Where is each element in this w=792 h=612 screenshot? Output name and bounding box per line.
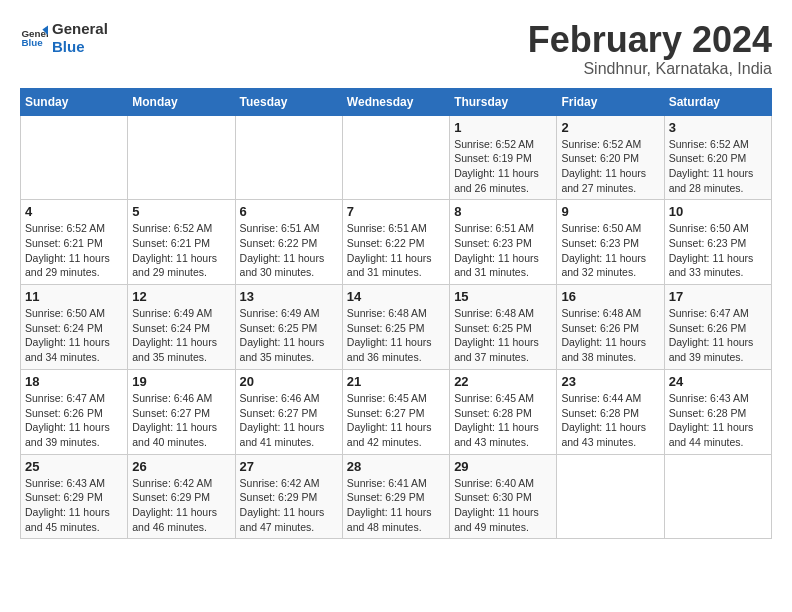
calendar-cell [557, 454, 664, 539]
calendar-cell: 27Sunrise: 6:42 AMSunset: 6:29 PMDayligh… [235, 454, 342, 539]
day-number: 10 [669, 204, 767, 219]
day-info: Sunrise: 6:48 AMSunset: 6:26 PMDaylight:… [561, 306, 659, 365]
calendar-header-row: SundayMondayTuesdayWednesdayThursdayFrid… [21, 88, 772, 115]
day-number: 22 [454, 374, 552, 389]
day-info: Sunrise: 6:45 AMSunset: 6:28 PMDaylight:… [454, 391, 552, 450]
day-info: Sunrise: 6:46 AMSunset: 6:27 PMDaylight:… [240, 391, 338, 450]
day-number: 1 [454, 120, 552, 135]
day-number: 5 [132, 204, 230, 219]
header-friday: Friday [557, 88, 664, 115]
calendar-cell: 15Sunrise: 6:48 AMSunset: 6:25 PMDayligh… [450, 285, 557, 370]
calendar-cell [664, 454, 771, 539]
calendar-cell: 7Sunrise: 6:51 AMSunset: 6:22 PMDaylight… [342, 200, 449, 285]
day-number: 21 [347, 374, 445, 389]
day-number: 29 [454, 459, 552, 474]
calendar-cell: 10Sunrise: 6:50 AMSunset: 6:23 PMDayligh… [664, 200, 771, 285]
header: General Blue General Blue February 2024 … [20, 20, 772, 78]
day-number: 28 [347, 459, 445, 474]
logo-general: General [52, 20, 108, 38]
calendar-cell: 28Sunrise: 6:41 AMSunset: 6:29 PMDayligh… [342, 454, 449, 539]
calendar-cell: 12Sunrise: 6:49 AMSunset: 6:24 PMDayligh… [128, 285, 235, 370]
day-info: Sunrise: 6:52 AMSunset: 6:19 PMDaylight:… [454, 137, 552, 196]
header-sunday: Sunday [21, 88, 128, 115]
day-number: 12 [132, 289, 230, 304]
calendar-cell: 11Sunrise: 6:50 AMSunset: 6:24 PMDayligh… [21, 285, 128, 370]
calendar-cell: 19Sunrise: 6:46 AMSunset: 6:27 PMDayligh… [128, 369, 235, 454]
calendar-cell: 17Sunrise: 6:47 AMSunset: 6:26 PMDayligh… [664, 285, 771, 370]
day-number: 9 [561, 204, 659, 219]
day-number: 17 [669, 289, 767, 304]
calendar-week-0: 1Sunrise: 6:52 AMSunset: 6:19 PMDaylight… [21, 115, 772, 200]
day-info: Sunrise: 6:42 AMSunset: 6:29 PMDaylight:… [132, 476, 230, 535]
calendar-cell: 23Sunrise: 6:44 AMSunset: 6:28 PMDayligh… [557, 369, 664, 454]
calendar-cell: 3Sunrise: 6:52 AMSunset: 6:20 PMDaylight… [664, 115, 771, 200]
day-number: 6 [240, 204, 338, 219]
calendar-table: SundayMondayTuesdayWednesdayThursdayFrid… [20, 88, 772, 540]
day-number: 18 [25, 374, 123, 389]
day-info: Sunrise: 6:50 AMSunset: 6:23 PMDaylight:… [561, 221, 659, 280]
day-number: 19 [132, 374, 230, 389]
day-info: Sunrise: 6:48 AMSunset: 6:25 PMDaylight:… [454, 306, 552, 365]
logo: General Blue General Blue [20, 20, 108, 56]
calendar-week-3: 18Sunrise: 6:47 AMSunset: 6:26 PMDayligh… [21, 369, 772, 454]
day-info: Sunrise: 6:48 AMSunset: 6:25 PMDaylight:… [347, 306, 445, 365]
day-info: Sunrise: 6:40 AMSunset: 6:30 PMDaylight:… [454, 476, 552, 535]
day-info: Sunrise: 6:41 AMSunset: 6:29 PMDaylight:… [347, 476, 445, 535]
day-number: 24 [669, 374, 767, 389]
calendar-cell: 4Sunrise: 6:52 AMSunset: 6:21 PMDaylight… [21, 200, 128, 285]
day-info: Sunrise: 6:51 AMSunset: 6:23 PMDaylight:… [454, 221, 552, 280]
calendar-cell: 20Sunrise: 6:46 AMSunset: 6:27 PMDayligh… [235, 369, 342, 454]
day-info: Sunrise: 6:49 AMSunset: 6:24 PMDaylight:… [132, 306, 230, 365]
logo-icon: General Blue [20, 24, 48, 52]
svg-text:Blue: Blue [21, 37, 43, 48]
calendar-cell: 21Sunrise: 6:45 AMSunset: 6:27 PMDayligh… [342, 369, 449, 454]
day-number: 27 [240, 459, 338, 474]
day-info: Sunrise: 6:49 AMSunset: 6:25 PMDaylight:… [240, 306, 338, 365]
day-info: Sunrise: 6:50 AMSunset: 6:23 PMDaylight:… [669, 221, 767, 280]
calendar-cell [342, 115, 449, 200]
day-number: 20 [240, 374, 338, 389]
month-title: February 2024 [528, 20, 772, 60]
day-info: Sunrise: 6:47 AMSunset: 6:26 PMDaylight:… [25, 391, 123, 450]
day-info: Sunrise: 6:52 AMSunset: 6:21 PMDaylight:… [25, 221, 123, 280]
day-info: Sunrise: 6:50 AMSunset: 6:24 PMDaylight:… [25, 306, 123, 365]
header-tuesday: Tuesday [235, 88, 342, 115]
day-info: Sunrise: 6:46 AMSunset: 6:27 PMDaylight:… [132, 391, 230, 450]
day-number: 16 [561, 289, 659, 304]
calendar-cell: 6Sunrise: 6:51 AMSunset: 6:22 PMDaylight… [235, 200, 342, 285]
day-info: Sunrise: 6:45 AMSunset: 6:27 PMDaylight:… [347, 391, 445, 450]
day-number: 25 [25, 459, 123, 474]
day-number: 4 [25, 204, 123, 219]
day-info: Sunrise: 6:42 AMSunset: 6:29 PMDaylight:… [240, 476, 338, 535]
header-monday: Monday [128, 88, 235, 115]
calendar-week-4: 25Sunrise: 6:43 AMSunset: 6:29 PMDayligh… [21, 454, 772, 539]
day-number: 23 [561, 374, 659, 389]
day-info: Sunrise: 6:51 AMSunset: 6:22 PMDaylight:… [240, 221, 338, 280]
calendar-cell: 26Sunrise: 6:42 AMSunset: 6:29 PMDayligh… [128, 454, 235, 539]
header-thursday: Thursday [450, 88, 557, 115]
day-number: 13 [240, 289, 338, 304]
day-number: 11 [25, 289, 123, 304]
calendar-cell: 5Sunrise: 6:52 AMSunset: 6:21 PMDaylight… [128, 200, 235, 285]
calendar-cell: 13Sunrise: 6:49 AMSunset: 6:25 PMDayligh… [235, 285, 342, 370]
calendar-cell [21, 115, 128, 200]
calendar-cell: 24Sunrise: 6:43 AMSunset: 6:28 PMDayligh… [664, 369, 771, 454]
calendar-cell [235, 115, 342, 200]
calendar-cell: 2Sunrise: 6:52 AMSunset: 6:20 PMDaylight… [557, 115, 664, 200]
calendar-cell: 18Sunrise: 6:47 AMSunset: 6:26 PMDayligh… [21, 369, 128, 454]
day-info: Sunrise: 6:52 AMSunset: 6:20 PMDaylight:… [561, 137, 659, 196]
day-number: 7 [347, 204, 445, 219]
calendar-cell: 22Sunrise: 6:45 AMSunset: 6:28 PMDayligh… [450, 369, 557, 454]
calendar-cell: 9Sunrise: 6:50 AMSunset: 6:23 PMDaylight… [557, 200, 664, 285]
day-number: 14 [347, 289, 445, 304]
day-info: Sunrise: 6:43 AMSunset: 6:29 PMDaylight:… [25, 476, 123, 535]
location-title: Sindhnur, Karnataka, India [528, 60, 772, 78]
calendar-cell: 8Sunrise: 6:51 AMSunset: 6:23 PMDaylight… [450, 200, 557, 285]
header-wednesday: Wednesday [342, 88, 449, 115]
day-info: Sunrise: 6:47 AMSunset: 6:26 PMDaylight:… [669, 306, 767, 365]
day-number: 26 [132, 459, 230, 474]
calendar-week-2: 11Sunrise: 6:50 AMSunset: 6:24 PMDayligh… [21, 285, 772, 370]
day-info: Sunrise: 6:52 AMSunset: 6:21 PMDaylight:… [132, 221, 230, 280]
day-number: 2 [561, 120, 659, 135]
day-info: Sunrise: 6:52 AMSunset: 6:20 PMDaylight:… [669, 137, 767, 196]
